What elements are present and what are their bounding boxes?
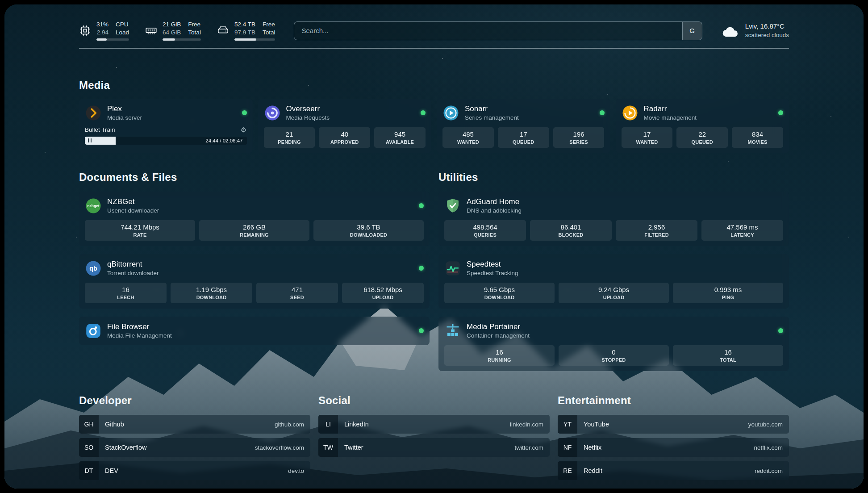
ram-total-label: Total <box>188 29 201 37</box>
stat-value: 266 GB <box>201 223 308 231</box>
disk-free-label: Free <box>263 21 275 29</box>
pause-button[interactable] <box>85 138 95 142</box>
bookmark-row-linkedin[interactable]: LI LinkedIn linkedin.com <box>318 415 550 434</box>
hard-drive-icon <box>217 25 229 37</box>
stat-label: PENDING <box>266 139 313 145</box>
utilities-section-heading: Utilities <box>438 171 789 184</box>
social-bookmarks: Social LI LinkedIn linkedin.com TW Twitt… <box>318 394 550 480</box>
status-dot <box>778 328 783 333</box>
disk-free-value: 52.4 TB <box>234 21 255 29</box>
cpu-load-value: 2.94 <box>97 29 108 37</box>
stat-box: 40 APPROVED <box>319 127 370 148</box>
stat-label: LEECH <box>87 295 165 300</box>
stat-box: 485 WANTED <box>442 127 494 148</box>
weather-condition: scattered clouds <box>745 31 789 39</box>
service-subtitle: Container management <box>467 332 530 340</box>
stat-value: 17 <box>500 130 547 138</box>
header-divider <box>79 48 789 49</box>
bookmark-url: twitter.com <box>514 438 550 457</box>
now-playing-title: Bullet Train <box>85 126 115 133</box>
portainer-icon <box>444 322 461 339</box>
stat-box: 9.24 Gbps UPLOAD <box>559 283 669 303</box>
weather-widget: Lviv, 16.87°C scattered clouds <box>721 22 789 39</box>
service-subtitle: Movie management <box>644 114 697 122</box>
stat-label: SERIES <box>555 139 603 145</box>
top-bar: 31% 2.94 CPU Load <box>79 4 789 41</box>
stat-box: 21 PENDING <box>264 127 315 148</box>
service-name: NZBGet <box>107 197 159 207</box>
gear-icon[interactable]: ⚙ <box>241 126 246 133</box>
stat-box: 618.52 Mbps UPLOAD <box>342 283 424 303</box>
entertainment-bookmarks: Entertainment YT YouTube youtube.com NF … <box>558 394 789 480</box>
bookmark-row-netflix[interactable]: NF Netflix netflix.com <box>558 438 789 457</box>
svg-text:nzbget: nzbget <box>88 204 100 208</box>
service-name: Radarr <box>644 104 697 114</box>
stat-label: DOWNLOAD <box>172 295 250 300</box>
bookmark-row-reddit[interactable]: RE Reddit reddit.com <box>558 461 789 480</box>
portainer-card[interactable]: Media Portainer Container management 16 … <box>438 317 789 371</box>
bookmark-row-youtube[interactable]: YT YouTube youtube.com <box>558 415 789 434</box>
plex-playback-bar[interactable]: 24:44 / 02:06:47 <box>85 137 247 145</box>
bookmark-row-twitter[interactable]: TW Twitter twitter.com <box>318 438 550 457</box>
bookmark-url: netflix.com <box>754 438 789 457</box>
radarr-card[interactable]: Radarr Movie management 17 WANTED 22 QUE… <box>616 99 789 153</box>
media-section-heading: Media <box>79 79 789 92</box>
stat-label: RUNNING <box>446 357 553 363</box>
bookmark-abbr: NF <box>558 438 577 457</box>
bookmark-url: dev.to <box>288 461 310 480</box>
stat-value: 0.993 ms <box>675 286 781 293</box>
bookmark-abbr: RE <box>558 461 577 480</box>
plex-card[interactable]: Plex Media server Bullet Train ⚙ 24:44 /… <box>79 99 253 153</box>
stat-box: 16 TOTAL <box>673 345 783 366</box>
entertainment-section-heading: Entertainment <box>558 394 789 407</box>
bookmark-abbr: YT <box>558 415 577 434</box>
filebrowser-icon <box>85 322 102 339</box>
radarr-icon <box>622 104 638 121</box>
bookmark-row-stackoverflow[interactable]: SO StackOverflow stackoverflow.com <box>79 438 310 457</box>
stat-box: 471 SEED <box>256 283 338 303</box>
adguard-card[interactable]: AdGuard Home DNS and adblocking 498,564 … <box>438 192 789 246</box>
stat-box: 17 WANTED <box>622 127 673 148</box>
cloud-icon <box>721 24 740 38</box>
stat-value: 47.569 ms <box>703 223 781 231</box>
bookmark-name: Netflix <box>577 438 754 457</box>
cpu-progress-track <box>96 38 129 41</box>
stat-box: 834 MOVIES <box>732 127 783 148</box>
bookmark-row-github[interactable]: GH Github github.com <box>79 415 310 434</box>
stat-value: 1.19 Gbps <box>172 286 250 293</box>
stat-label: SEED <box>258 295 336 300</box>
status-dot <box>419 266 424 271</box>
stat-box: 16 LEECH <box>85 283 167 303</box>
stat-label: UPLOAD <box>560 295 667 300</box>
plex-icon <box>85 104 102 121</box>
search-engine-button[interactable]: G <box>682 22 702 40</box>
stat-label: RATE <box>87 232 193 238</box>
speedtest-card[interactable]: Speedtest Speedtest Tracking 9.65 Gbps D… <box>438 254 789 309</box>
stat-value: 86,401 <box>532 223 610 231</box>
adguard-icon <box>444 197 461 214</box>
bookmark-url: youtube.com <box>748 415 789 434</box>
bookmark-abbr: SO <box>79 438 99 457</box>
stat-value: 471 <box>258 286 336 293</box>
stat-box: 22 QUEUED <box>676 127 728 148</box>
stat-box: 9.65 Gbps DOWNLOAD <box>444 283 555 303</box>
service-name: qBittorrent <box>107 259 159 269</box>
stat-label: QUERIES <box>446 232 524 238</box>
search-input[interactable] <box>294 22 682 40</box>
bookmark-row-dev[interactable]: DT DEV dev.to <box>79 461 310 480</box>
stat-label: DOWNLOAD <box>446 295 553 300</box>
sonarr-card[interactable]: Sonarr Series management 485 WANTED 17 Q… <box>437 99 610 153</box>
stat-value: 2,956 <box>618 223 696 231</box>
bookmark-name: Github <box>99 415 275 434</box>
service-subtitle: Media server <box>107 114 142 122</box>
service-name: Overseerr <box>286 104 330 114</box>
memory-icon <box>145 25 157 37</box>
qbittorrent-icon: qb <box>85 260 102 277</box>
qbittorrent-card[interactable]: qb qBittorrent Torrent downloader 16 LEE… <box>79 254 430 309</box>
overseerr-card[interactable]: Overseerr Media Requests 21 PENDING 40 A… <box>258 99 432 153</box>
filebrowser-card[interactable]: File Browser Media File Management <box>79 317 430 345</box>
nzbget-card[interactable]: nzbget NZBGet Usenet downloader 744.21 M… <box>79 192 430 246</box>
stat-value: 16 <box>446 348 553 356</box>
service-name: File Browser <box>107 322 172 332</box>
stat-value: 40 <box>321 130 368 138</box>
